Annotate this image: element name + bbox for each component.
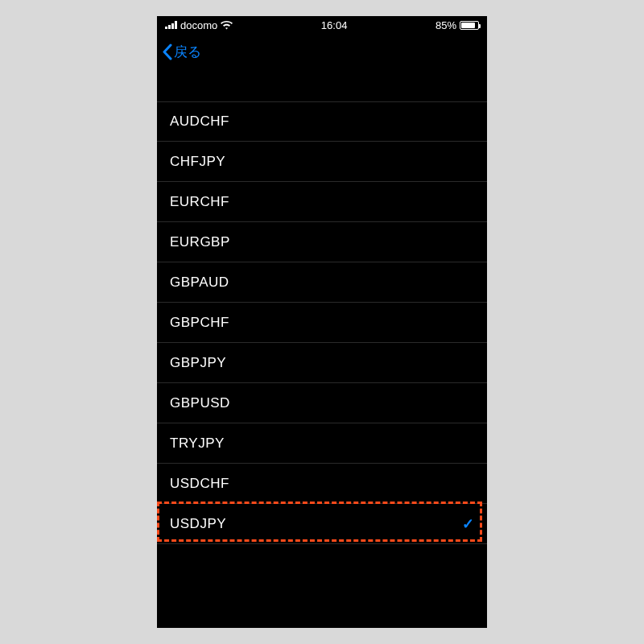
carrier-label: docomo [180,19,217,31]
currency-pair-label: GBPUSD [170,395,230,411]
wifi-icon [221,21,233,30]
list-item[interactable]: EURGBP [157,222,487,262]
currency-pair-label: GBPAUD [170,275,229,291]
list-item[interactable]: CHFJPY [157,142,487,182]
currency-pair-label: GBPCHF [170,315,229,331]
list-item[interactable]: GBPAUD [157,262,487,303]
cellular-signal-icon [165,21,177,29]
battery-fill [461,23,475,28]
list-item[interactable]: GBPCHF [157,303,487,343]
list-item[interactable]: GBPUSD [157,383,487,423]
currency-pair-list: AUDCHFCHFJPYEURCHFEURGBPGBPAUDGBPCHFGBPJ… [157,101,487,544]
back-label: 戻る [174,43,201,61]
navigation-bar: 戻る [157,34,487,69]
list-item[interactable]: TRYJPY [157,423,487,464]
battery-percent-label: 85% [436,19,456,31]
status-time: 16:04 [321,19,348,31]
currency-pair-label: USDJPY [170,516,226,532]
currency-pair-label: GBPJPY [170,355,226,371]
currency-pair-label: EURGBP [170,234,230,250]
list-item[interactable]: USDCHF [157,464,487,504]
currency-pair-label: EURCHF [170,194,229,210]
back-button[interactable]: 戻る [162,43,201,61]
status-bar: docomo 16:04 85% [157,16,487,34]
phone-frame: docomo 16:04 85% 戻る [157,16,487,628]
status-right: 85% [436,19,479,31]
list-item[interactable]: USDJPY✓ [157,504,487,544]
currency-pair-label: USDCHF [170,476,229,492]
currency-pair-label: TRYJPY [170,436,225,452]
currency-pair-label: AUDCHF [170,114,229,130]
header-spacer [157,69,487,101]
status-left: docomo [165,19,233,31]
list-item[interactable]: AUDCHF [157,101,487,142]
battery-icon [460,21,479,30]
chevron-left-icon [162,43,172,60]
list-item[interactable]: EURCHF [157,182,487,222]
list-item[interactable]: GBPJPY [157,343,487,383]
currency-pair-label: CHFJPY [170,154,225,170]
checkmark-icon: ✓ [462,515,475,533]
